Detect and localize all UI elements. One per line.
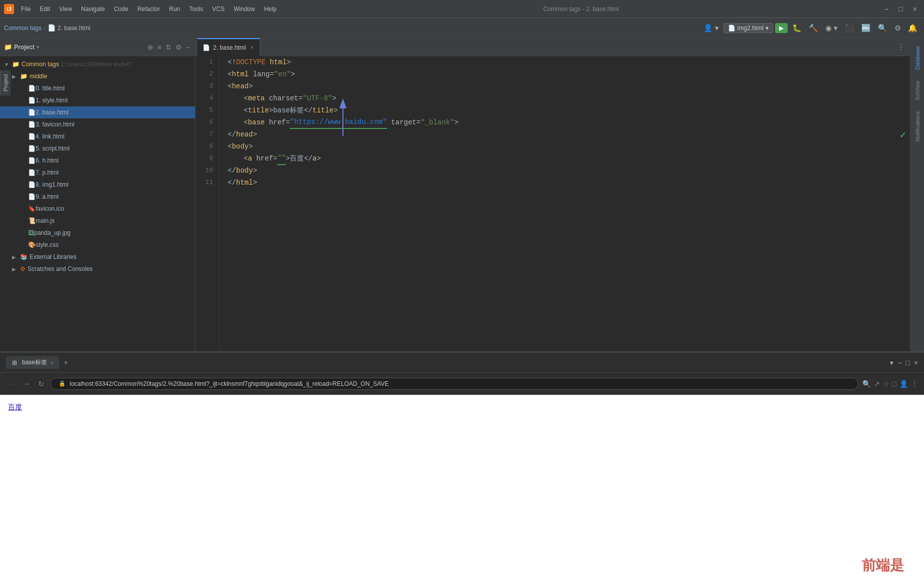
- browser-tab-close[interactable]: ×: [50, 360, 53, 366]
- menu-code[interactable]: Code: [110, 5, 132, 14]
- code-line-6: <base href="https://www.baidu.com" targe…: [228, 116, 902, 128]
- stop-button[interactable]: ⬛: [842, 22, 857, 34]
- menu-navigate[interactable]: Navigate: [77, 5, 109, 14]
- line-num-11: 11: [202, 177, 213, 189]
- browser-minimize-btn[interactable]: −: [897, 359, 901, 367]
- breadcrumb-file[interactable]: 2. base.html: [58, 25, 90, 32]
- code-content[interactable]: 1 2 3 4 5 6 7 8 9 10 11 <!DOCTYPE html: [196, 56, 910, 351]
- line-num-7: 7: [202, 128, 213, 140]
- file-6-name: 6. h.html: [36, 157, 59, 164]
- tree-item-style-css[interactable]: 🎨 style.css: [0, 239, 195, 251]
- run-button[interactable]: ▶: [775, 23, 788, 33]
- build-button[interactable]: 🔨: [806, 22, 821, 34]
- code-line-2: <html lang="en">: [228, 68, 902, 80]
- breadcrumb-separator: ›: [44, 25, 46, 32]
- address-bar[interactable]: 🔒 localhost:63342/Common%20tags/2.%20bas…: [50, 378, 858, 390]
- sidebar-icon-2[interactable]: ≡: [156, 42, 162, 52]
- sidebar-icon-minimize[interactable]: −: [185, 42, 191, 52]
- tab-close-button[interactable]: ×: [249, 44, 255, 51]
- menu-window[interactable]: Window: [230, 5, 259, 14]
- browser-content: 百度: [0, 395, 924, 580]
- tree-item-8-img1[interactable]: 📄 8. img1.html: [0, 179, 195, 191]
- file-selector[interactable]: 📄 img2.html ▾: [723, 23, 773, 33]
- code-line-3: <head>: [228, 80, 902, 92]
- menu-icon[interactable]: ⋮: [911, 380, 918, 388]
- code-line-11: </html>: [228, 177, 902, 189]
- tree-item-7-p[interactable]: 📄 7. p.html: [0, 167, 195, 179]
- project-tab-label[interactable]: Project: [0, 70, 11, 95]
- menu-vcs[interactable]: VCS: [208, 5, 229, 14]
- middle-folder-name: middle: [30, 73, 47, 80]
- menu-bar: File Edit View Navigate Code Refactor Ru…: [17, 5, 280, 14]
- external-libs-name: External Libraries: [30, 253, 76, 260]
- tree-item-3-favicon[interactable]: 📄 3. favicon.html: [0, 118, 195, 130]
- tree-item-scratches[interactable]: ▶ ⚙ Scratches and Consoles: [0, 263, 195, 275]
- tree-item-1-style[interactable]: 📄 1. style.html: [0, 94, 195, 106]
- sidebar-icon-1[interactable]: ⊕: [146, 42, 154, 52]
- tree-root[interactable]: ▼ 📁 Common tags C:\Users\13600\front end…: [0, 58, 195, 70]
- right-sidebar-database[interactable]: Database: [912, 42, 922, 74]
- maximize-button[interactable]: □: [895, 5, 905, 13]
- menu-edit[interactable]: Edit: [36, 5, 54, 14]
- right-sidebar-sciview[interactable]: SciView: [912, 77, 922, 104]
- tree-item-0-title[interactable]: 📄 0. title.html: [0, 82, 195, 94]
- profile-icon[interactable]: 👤: [899, 380, 908, 388]
- menu-tools[interactable]: Tools: [185, 5, 207, 14]
- menu-view[interactable]: View: [55, 5, 76, 14]
- browser-tab[interactable]: ⊞ base标签 ×: [6, 356, 59, 369]
- sidebar-arrow[interactable]: ▾: [37, 44, 39, 50]
- search-icon[interactable]: 🔍: [862, 380, 871, 388]
- menu-file[interactable]: File: [17, 5, 35, 14]
- nav-forward-button[interactable]: →: [21, 378, 32, 390]
- tab-more-button[interactable]: ⋮: [894, 42, 908, 52]
- browser-close-btn[interactable]: ×: [914, 359, 918, 367]
- breadcrumb: Common tags › 📄 2. base.html: [4, 24, 90, 32]
- close-button[interactable]: ×: [910, 5, 920, 13]
- line-num-1: 1: [202, 56, 213, 68]
- tree-item-middle[interactable]: ▶ 📁 middle: [0, 70, 195, 82]
- browser-new-tab-button[interactable]: +: [63, 358, 68, 367]
- minimize-button[interactable]: −: [881, 5, 891, 13]
- browser-win-controls: ▾ − □ ×: [890, 359, 918, 367]
- file-5-name: 5. script.html: [36, 145, 70, 152]
- sidebar-icon-gear[interactable]: ⚙: [174, 42, 183, 52]
- tree-item-2-base[interactable]: 📄 2. base.html: [0, 106, 195, 118]
- settings-button[interactable]: ⚙: [892, 22, 903, 34]
- menu-help[interactable]: Help: [260, 5, 281, 14]
- translate-button[interactable]: 🔤: [859, 22, 873, 34]
- debug-button[interactable]: 🐛: [790, 22, 804, 34]
- tree-item-9-a[interactable]: 📄 9. a.html: [0, 191, 195, 203]
- notifications-button[interactable]: 🔔: [905, 22, 920, 34]
- menu-refactor[interactable]: Refactor: [133, 5, 164, 14]
- file-7-name: 7. p.html: [36, 169, 59, 176]
- file-9-name: 9. a.html: [36, 193, 59, 200]
- baidu-link[interactable]: 百度: [8, 403, 22, 412]
- tree-item-favicon-ico[interactable]: 🔖 favicon.ico: [0, 203, 195, 215]
- tree-item-5-script[interactable]: 📄 5. script.html: [0, 142, 195, 155]
- share-icon[interactable]: ↗: [874, 380, 880, 388]
- tree-item-main-js[interactable]: 📜 main.js: [0, 215, 195, 227]
- right-sidebar-notifications[interactable]: Notifications: [912, 107, 922, 146]
- browser-dropdown-btn[interactable]: ▾: [890, 359, 893, 367]
- bookmark-icon[interactable]: ☆: [883, 380, 889, 388]
- tab-base-html[interactable]: 📄 2. base.html ×: [198, 38, 260, 56]
- nav-refresh-button[interactable]: ↻: [36, 378, 46, 390]
- sidebar-icon-3[interactable]: ⇅: [164, 42, 172, 52]
- tree-item-4-link[interactable]: 📄 4. link.html: [0, 130, 195, 142]
- browser-maximize-btn[interactable]: □: [905, 359, 909, 367]
- tree-item-external-libs[interactable]: ▶ 📚 External Libraries: [0, 251, 195, 263]
- account-button[interactable]: 👤 ▾: [701, 22, 721, 34]
- tree-item-panda[interactable]: 🖼 panda_up.jpg: [0, 227, 195, 239]
- line-num-3: 3: [202, 80, 213, 92]
- tab-file-icon: 📄: [203, 44, 210, 51]
- coverage-button[interactable]: ◉ ▾: [823, 22, 840, 34]
- address-url: localhost:63342/Common%20tags/2.%20base.…: [70, 380, 389, 387]
- code-editor: ✓ 1 2 3 4 5 6 7 8 9 10 11: [196, 56, 910, 351]
- nav-back-button[interactable]: ←: [6, 378, 17, 390]
- breadcrumb-root[interactable]: Common tags: [4, 25, 42, 32]
- menu-run[interactable]: Run: [165, 5, 184, 14]
- browser-panel: ⊞ base标签 × + ▾ − □ × ← → ↻ 🔒 localhost:6…: [0, 351, 924, 580]
- search-button[interactable]: 🔍: [875, 22, 890, 34]
- tree-item-6-h[interactable]: 📄 6. h.html: [0, 155, 195, 167]
- extensions-icon[interactable]: □: [892, 380, 896, 388]
